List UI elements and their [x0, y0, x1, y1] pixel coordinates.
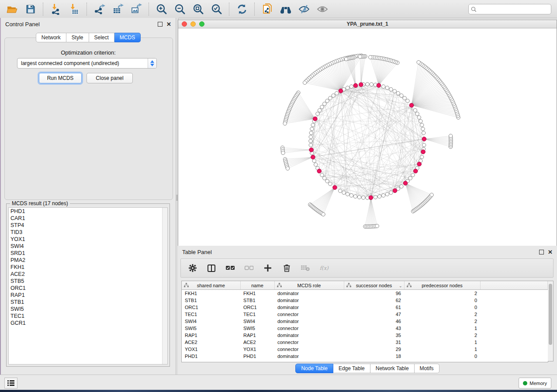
- table-cell[interactable]: SWI4: [182, 318, 240, 325]
- table-cell[interactable]: 29: [344, 346, 404, 353]
- mcds-result-list[interactable]: PHD1CAR1STP4TID3YOX1SWI4SRD1PMA2FKH1ACE2…: [8, 207, 168, 364]
- mcds-node[interactable]: [359, 83, 363, 87]
- mcds-result-item[interactable]: TID3: [9, 229, 167, 236]
- zoom-in-button[interactable]: [155, 2, 169, 16]
- mcds-result-item[interactable]: FKH1: [9, 264, 167, 271]
- tab-style[interactable]: Style: [66, 33, 89, 42]
- mcds-result-item[interactable]: STB1: [9, 299, 167, 306]
- mcds-result-item[interactable]: YOX1: [9, 236, 167, 243]
- refresh-view-button[interactable]: [235, 2, 249, 16]
- mcds-result-item[interactable]: TEC1: [9, 313, 167, 320]
- mcds-node[interactable]: [403, 181, 408, 186]
- tab-mcds[interactable]: MCDS: [114, 33, 141, 42]
- mcds-result-item[interactable]: ORC1: [9, 285, 167, 292]
- memory-button[interactable]: Memory: [519, 378, 551, 389]
- tab-node-table[interactable]: Node Table: [295, 364, 333, 373]
- mcds-node[interactable]: [377, 83, 381, 88]
- table-row[interactable]: ACE2ACE2connector311: [182, 339, 548, 346]
- table-cell[interactable]: 43: [344, 325, 404, 332]
- close-panel-icon[interactable]: ✕: [548, 250, 553, 254]
- mcds-result-item[interactable]: STP4: [9, 222, 167, 229]
- table-cell[interactable]: dominator: [274, 353, 344, 360]
- table-cell[interactable]: TEC1: [182, 311, 240, 318]
- table-cell[interactable]: STB1: [182, 297, 240, 304]
- table-row[interactable]: SWI4SWI4dominator462: [182, 318, 548, 325]
- tab-motifs[interactable]: Motifs: [415, 364, 439, 373]
- table-cell[interactable]: 46: [344, 318, 404, 325]
- table-cell[interactable]: 1: [404, 325, 480, 332]
- mcds-node[interactable]: [317, 169, 322, 173]
- column-header-predecessor-nodes[interactable]: predecessor nodes: [404, 281, 480, 290]
- table-cell[interactable]: PHD1: [240, 353, 274, 360]
- mcds-node[interactable]: [413, 169, 418, 173]
- mcds-result-item[interactable]: STB5: [9, 278, 167, 285]
- mcds-node[interactable]: [311, 155, 315, 159]
- table-cell[interactable]: ACE2: [182, 339, 240, 346]
- mcds-node[interactable]: [417, 162, 422, 166]
- column-header-successor-nodes[interactable]: successor nodes⌄: [344, 281, 404, 290]
- table-cell[interactable]: 47: [344, 311, 404, 318]
- mcds-node[interactable]: [369, 196, 373, 200]
- table-cell[interactable]: connector: [274, 311, 344, 318]
- import-network-button[interactable]: [49, 2, 63, 16]
- window-minimize-icon[interactable]: [190, 21, 196, 27]
- table-cell[interactable]: dominator: [274, 290, 344, 297]
- mcds-result-item[interactable]: SWI5: [9, 306, 167, 313]
- window-maximize-icon[interactable]: [199, 21, 204, 27]
- run-mcds-button[interactable]: Run MCDS: [39, 73, 82, 83]
- table-cell[interactable]: ORC1: [182, 304, 240, 311]
- add-column-button[interactable]: [263, 263, 273, 273]
- zoom-out-button[interactable]: [173, 2, 187, 16]
- column-header-name[interactable]: name: [240, 281, 274, 290]
- select-all-button[interactable]: [225, 263, 235, 273]
- criterion-dropdown[interactable]: largest connected component (undirected): [17, 58, 157, 69]
- mcds-result-item[interactable]: ACE2: [9, 271, 167, 278]
- close-panel-button[interactable]: Close panel: [86, 73, 133, 83]
- table-cell[interactable]: 2: [404, 332, 480, 339]
- table-cell[interactable]: 0: [404, 353, 480, 360]
- table-cell[interactable]: YOX1: [182, 346, 240, 353]
- table-cell[interactable]: YOX1: [240, 346, 274, 353]
- tab-select[interactable]: Select: [89, 33, 114, 42]
- save-session-button[interactable]: [24, 2, 38, 16]
- search-field[interactable]: [468, 4, 551, 14]
- mcds-result-item[interactable]: SRD1: [9, 250, 167, 257]
- table-cell[interactable]: RAP1: [182, 332, 240, 339]
- zoom-selected-button[interactable]: [210, 2, 224, 16]
- scrollbar-thumb[interactable]: [549, 284, 552, 345]
- column-header-MCDS-role[interactable]: MCDS role: [274, 281, 344, 290]
- close-panel-icon[interactable]: ✕: [166, 22, 171, 26]
- network-graph[interactable]: [178, 28, 557, 246]
- network-document-button[interactable]: [260, 2, 274, 16]
- mcds-node[interactable]: [422, 137, 426, 141]
- mcds-node[interactable]: [313, 117, 318, 121]
- mcds-result-item[interactable]: PHD1: [9, 208, 167, 215]
- table-cell[interactable]: dominator: [274, 332, 344, 339]
- table-row[interactable]: PHD1PHD1dominator180: [182, 353, 548, 360]
- table-row[interactable]: RAP1RAP1dominator352: [182, 332, 548, 339]
- mcds-node[interactable]: [309, 148, 314, 152]
- table-cell[interactable]: 2: [404, 311, 480, 318]
- table-row[interactable]: YOX1YOX1connector291: [182, 346, 548, 353]
- table-cell[interactable]: SWI4: [240, 318, 274, 325]
- table-cell[interactable]: 2: [404, 290, 480, 297]
- table-cell[interactable]: SWI5: [182, 325, 240, 332]
- table-row[interactable]: FKH1FKH1dominator962: [182, 290, 548, 297]
- find-button[interactable]: [279, 2, 293, 16]
- delete-column-button[interactable]: [282, 263, 291, 273]
- table-cell[interactable]: 18: [344, 353, 404, 360]
- table-cell[interactable]: connector: [274, 339, 344, 346]
- table-cell[interactable]: STB1: [240, 297, 274, 304]
- table-cell[interactable]: TEC1: [240, 311, 274, 318]
- table-cell[interactable]: 1: [404, 339, 480, 346]
- table-cell[interactable]: FKH1: [182, 290, 240, 297]
- table-scrollbar[interactable]: [548, 281, 554, 361]
- column-header-shared-name[interactable]: shared name: [182, 281, 240, 290]
- export-network-button[interactable]: [93, 2, 107, 16]
- tab-network-table[interactable]: Network Table: [370, 364, 415, 373]
- mcds-node[interactable]: [333, 186, 337, 190]
- table-row[interactable]: TEC1TEC1connector472: [182, 311, 548, 318]
- search-input[interactable]: [477, 5, 551, 13]
- table-cell[interactable]: SWI5: [240, 325, 274, 332]
- network-canvas[interactable]: [178, 28, 557, 246]
